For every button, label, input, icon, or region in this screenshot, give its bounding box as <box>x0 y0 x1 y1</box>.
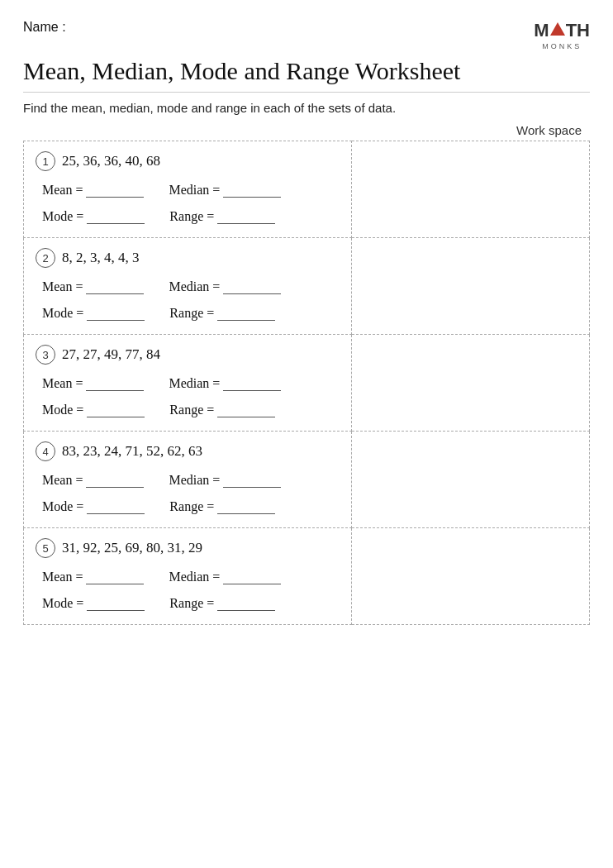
median-label-2: Median = <box>169 279 281 294</box>
mean-line-1[interactable] <box>86 197 144 198</box>
problems-table: 1 25, 36, 36, 40, 68 Mean = Median = Mod… <box>23 141 590 625</box>
data-set-3: 27, 27, 49, 77, 84 <box>62 346 160 363</box>
name-label: Name : <box>23 20 66 35</box>
mean-label-3: Mean = <box>42 376 144 391</box>
problem-number-2: 2 <box>36 248 55 268</box>
mean-line-5[interactable] <box>86 584 144 584</box>
workspace-cell-5[interactable] <box>352 528 590 625</box>
problem-cell-5: 5 31, 92, 25, 69, 80, 31, 29 Mean = Medi… <box>24 528 352 625</box>
data-set-4: 83, 23, 24, 71, 52, 62, 63 <box>62 443 202 460</box>
median-label-3: Median = <box>169 376 281 391</box>
problem-number-1: 1 <box>36 151 55 171</box>
mode-line-2[interactable] <box>87 320 145 321</box>
median-line-5[interactable] <box>223 584 281 584</box>
range-label-4: Range = <box>169 499 275 514</box>
mean-label-5: Mean = <box>42 570 144 584</box>
problem-cell-2: 2 8, 2, 3, 4, 4, 3 Mean = Median = Mode … <box>24 238 352 335</box>
mean-line-4[interactable] <box>86 487 144 488</box>
workspace-cell-1[interactable] <box>352 141 590 238</box>
range-line-1[interactable] <box>217 223 275 224</box>
workspace-cell-3[interactable] <box>352 335 590 432</box>
median-line-1[interactable] <box>223 197 281 198</box>
instructions: Find the mean, median, mode and range in… <box>23 101 590 115</box>
mode-line-5[interactable] <box>87 610 145 611</box>
problem-number-3: 3 <box>36 345 55 365</box>
logo-th-text: TH <box>566 20 590 41</box>
workspace-cell-2[interactable] <box>352 238 590 335</box>
data-set-2: 8, 2, 3, 4, 4, 3 <box>62 250 140 266</box>
problem-number-5: 5 <box>36 538 55 558</box>
workspace-label: Work space <box>516 123 582 137</box>
range-line-5[interactable] <box>217 610 275 611</box>
mode-label-2: Mode = <box>42 306 145 321</box>
logo-monks-text: MONKS <box>542 42 582 50</box>
mode-line-3[interactable] <box>87 417 145 417</box>
range-label-3: Range = <box>169 403 275 417</box>
logo: M TH MONKS <box>534 20 590 50</box>
logo-m-text: M <box>534 20 549 41</box>
mean-label-1: Mean = <box>42 183 144 198</box>
problem-cell-1: 1 25, 36, 36, 40, 68 Mean = Median = Mod… <box>24 141 352 238</box>
median-label-1: Median = <box>169 183 281 198</box>
median-line-4[interactable] <box>223 487 281 488</box>
mean-line-2[interactable] <box>86 293 144 294</box>
mode-line-1[interactable] <box>87 223 145 224</box>
range-line-2[interactable] <box>217 320 275 321</box>
mean-line-3[interactable] <box>86 390 144 391</box>
mean-label-4: Mean = <box>42 473 144 488</box>
workspace-cell-4[interactable] <box>352 432 590 528</box>
problem-cell-3: 3 27, 27, 49, 77, 84 Mean = Median = Mod… <box>24 335 352 432</box>
median-line-3[interactable] <box>223 390 281 391</box>
page-title: Mean, Median, Mode and Range Worksheet <box>23 57 590 93</box>
logo-triangle-icon <box>550 22 565 36</box>
data-set-1: 25, 36, 36, 40, 68 <box>62 153 160 169</box>
mode-line-4[interactable] <box>87 513 145 514</box>
range-label-5: Range = <box>169 596 275 611</box>
mode-label-4: Mode = <box>42 499 145 514</box>
mode-label-1: Mode = <box>42 209 145 224</box>
median-label-4: Median = <box>169 473 281 488</box>
median-line-2[interactable] <box>223 293 281 294</box>
problem-number-4: 4 <box>36 441 55 461</box>
mode-label-5: Mode = <box>42 596 145 611</box>
range-label-2: Range = <box>169 306 275 321</box>
mode-label-3: Mode = <box>42 403 145 417</box>
data-set-5: 31, 92, 25, 69, 80, 31, 29 <box>62 540 202 556</box>
mean-label-2: Mean = <box>42 279 144 294</box>
problem-cell-4: 4 83, 23, 24, 71, 52, 62, 63 Mean = Medi… <box>24 432 352 528</box>
range-line-3[interactable] <box>217 417 275 417</box>
range-line-4[interactable] <box>217 513 275 514</box>
range-label-1: Range = <box>169 209 275 224</box>
median-label-5: Median = <box>169 570 281 584</box>
